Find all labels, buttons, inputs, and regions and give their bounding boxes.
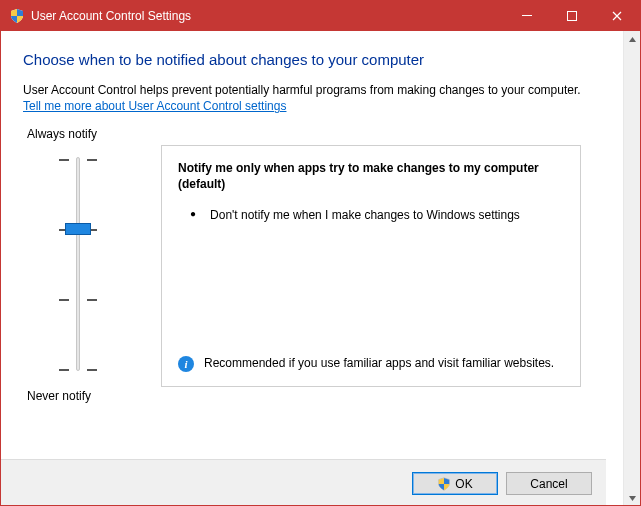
recommendation-text: Recommended if you use familiar apps and…: [204, 355, 554, 371]
vertical-scrollbar[interactable]: [623, 31, 640, 506]
slider-tick: [59, 159, 69, 161]
description-title: Notify me only when apps try to make cha…: [178, 160, 564, 192]
minimize-button[interactable]: [504, 1, 549, 31]
svg-rect-0: [522, 15, 532, 16]
slider-tick: [59, 299, 69, 301]
page-heading: Choose when to be notified about changes…: [23, 51, 601, 68]
recommendation-row: i Recommended if you use familiar apps a…: [178, 355, 564, 372]
client-area: Choose when to be notified about changes…: [1, 31, 640, 506]
window-title: User Account Control Settings: [31, 9, 191, 23]
scroll-up-arrow-icon[interactable]: [624, 31, 641, 48]
slider-tick: [59, 369, 69, 371]
footer: OK Cancel: [1, 459, 606, 506]
description-bullet: ● Don't notify me when I make changes to…: [178, 207, 564, 223]
slider-bottom-label: Never notify: [23, 389, 143, 403]
maximize-button[interactable]: [549, 1, 594, 31]
cancel-label: Cancel: [530, 477, 567, 491]
slider-thumb[interactable]: [65, 223, 91, 235]
close-button[interactable]: [594, 1, 640, 31]
slider-column: Always notify Never notify: [23, 127, 143, 403]
info-icon: i: [178, 356, 194, 372]
slider-top-label: Always notify: [23, 127, 143, 141]
shield-icon: [437, 477, 451, 491]
slider-tick: [87, 299, 97, 301]
bullet-text: Don't notify me when I make changes to W…: [210, 207, 520, 223]
shield-icon: [9, 8, 25, 24]
body-row: Always notify Never notify Notify: [23, 127, 601, 403]
ok-button[interactable]: OK: [412, 472, 498, 495]
slider-tick: [87, 369, 97, 371]
help-link[interactable]: Tell me more about User Account Control …: [23, 99, 286, 113]
intro-text: User Account Control helps prevent poten…: [23, 82, 601, 98]
description-panel: Notify me only when apps try to make cha…: [161, 145, 581, 387]
svg-rect-1: [567, 12, 576, 21]
scroll-down-arrow-icon[interactable]: [624, 490, 641, 506]
ok-label: OK: [455, 477, 472, 491]
cancel-button[interactable]: Cancel: [506, 472, 592, 495]
slider-track: [76, 157, 80, 371]
notification-slider[interactable]: [27, 149, 143, 379]
bullet-icon: ●: [190, 207, 196, 223]
slider-tick: [87, 159, 97, 161]
content: Choose when to be notified about changes…: [1, 31, 623, 506]
titlebar: User Account Control Settings: [1, 1, 640, 31]
